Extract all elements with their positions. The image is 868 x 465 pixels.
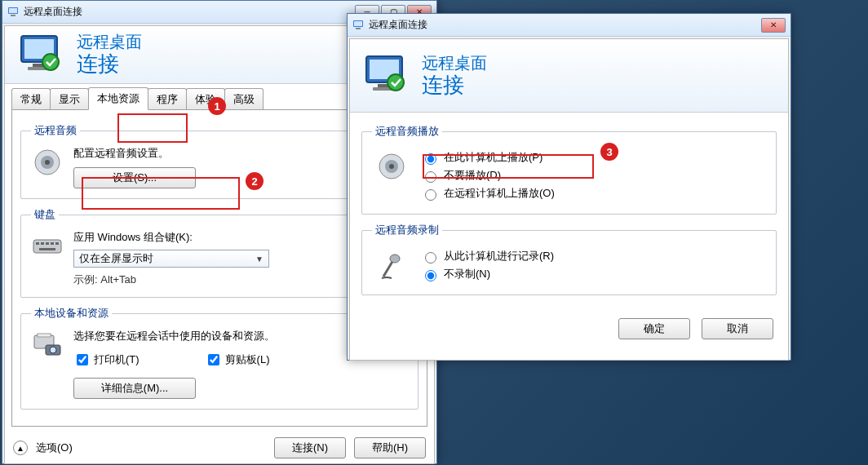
tab-general[interactable]: 常规: [11, 88, 51, 110]
radio-play-this-computer-input[interactable]: [425, 153, 436, 165]
ok-button[interactable]: 确定: [618, 318, 690, 339]
svg-point-10: [45, 160, 50, 165]
radio-dont-record-input[interactable]: [425, 270, 436, 281]
dialog-banner-line1: 远程桌面: [422, 53, 487, 73]
radio-play-this-computer[interactable]: 在此计算机上播放(P): [421, 150, 766, 165]
tab-display[interactable]: 显示: [50, 88, 89, 110]
radio-dont-record-label: 不录制(N): [444, 267, 490, 281]
banner-title: 远程桌面 连接: [77, 32, 142, 77]
speaker-icon: [375, 150, 408, 185]
cancel-button[interactable]: 取消: [702, 318, 773, 339]
checkbox-clipboard-label: 剪贴板(L): [225, 352, 270, 367]
keyboard-icon: [31, 230, 64, 263]
radio-record-this-computer-input[interactable]: [425, 252, 436, 264]
radio-play-remote-input[interactable]: [425, 189, 436, 201]
rdc-logo-icon: [18, 33, 67, 78]
devices-icon: [31, 329, 64, 361]
app-icon: [7, 6, 20, 19]
collapse-options-button[interactable]: ▲: [13, 441, 28, 455]
connect-button[interactable]: 连接(N): [274, 437, 346, 458]
legend-record: 远程音频录制: [372, 223, 442, 237]
window-audio-settings: 远程桌面连接 ✕ 远程桌面 连接 远: [347, 13, 791, 361]
svg-rect-14: [46, 242, 49, 245]
bottom-bar: ▲ 选项(O) 连接(N) 帮助(H): [5, 432, 434, 463]
legend-devices: 本地设备和资源: [31, 306, 112, 321]
checkbox-printer-label: 打印机(T): [94, 352, 140, 367]
banner-line2: 连接: [77, 51, 142, 77]
keyboard-combo[interactable]: 仅在全屏显示时 ▼: [73, 250, 269, 268]
group-record: 远程音频录制 从此计算机进行记录(R): [361, 223, 777, 295]
legend-keyboard: 键盘: [31, 207, 59, 222]
tab-experience[interactable]: 体验: [186, 88, 225, 110]
microphone-icon: [375, 249, 408, 284]
devices-more-button[interactable]: 详细信息(M)...: [73, 378, 196, 399]
radio-dont-play-input[interactable]: [425, 171, 436, 183]
options-label[interactable]: 选项(O): [36, 441, 73, 455]
radio-record-this-computer-label: 从此计算机进行记录(R): [444, 249, 554, 264]
radio-play-remote[interactable]: 在远程计算机上播放(O): [421, 186, 766, 201]
svg-rect-13: [41, 242, 44, 245]
group-playback: 远程音频播放 在此计算机上播放(P): [361, 124, 777, 215]
audio-settings-button[interactable]: 设置(S)...: [73, 167, 196, 188]
tab-local-resources[interactable]: 本地资源: [88, 87, 148, 110]
svg-rect-2: [11, 15, 16, 16]
dialog-banner-line2: 连接: [422, 73, 487, 98]
radio-play-this-computer-label: 在此计算机上播放(P): [444, 150, 542, 165]
radio-dont-record[interactable]: 不录制(N): [421, 267, 766, 281]
legend-playback: 远程音频播放: [372, 124, 442, 139]
dialog-close-button[interactable]: ✕: [761, 18, 786, 33]
svg-rect-1: [9, 8, 17, 13]
svg-point-29: [388, 74, 404, 91]
dialog-title-text: 远程桌面连接: [369, 18, 427, 32]
rdc-logo-icon: [363, 53, 412, 98]
checkbox-clipboard[interactable]: 剪贴板(L): [205, 352, 270, 368]
checkbox-printer-input[interactable]: [77, 354, 88, 365]
svg-rect-11: [33, 240, 61, 253]
svg-rect-24: [356, 28, 361, 29]
svg-rect-19: [38, 334, 51, 337]
svg-rect-16: [55, 242, 59, 245]
svg-point-33: [390, 255, 400, 263]
svg-rect-17: [39, 248, 55, 250]
svg-point-32: [389, 164, 394, 169]
keyboard-combo-value: 仅在全屏显示时: [79, 251, 153, 266]
radio-dont-play[interactable]: 不要播放(D): [421, 168, 766, 183]
radio-play-remote-label: 在远程计算机上播放(O): [444, 186, 555, 201]
chevron-down-icon: ▼: [255, 255, 264, 264]
svg-rect-23: [354, 21, 362, 26]
banner-line1: 远程桌面: [77, 32, 142, 51]
tab-programs[interactable]: 程序: [148, 88, 187, 110]
checkbox-printer[interactable]: 打印机(T): [73, 352, 140, 368]
app-icon: [352, 19, 365, 32]
radio-dont-play-label: 不要播放(D): [444, 168, 501, 183]
help-button[interactable]: 帮助(H): [354, 437, 426, 458]
svg-point-7: [42, 54, 59, 70]
dialog-banner-title: 远程桌面 连接: [422, 53, 487, 98]
svg-rect-15: [51, 242, 54, 245]
speaker-icon: [31, 146, 64, 179]
radio-record-this-computer[interactable]: 从此计算机进行记录(R): [421, 249, 766, 264]
banner-dialog: 远程桌面 连接: [350, 39, 788, 113]
dialog-footer: 确定 取消: [350, 310, 788, 351]
titlebar-dialog[interactable]: 远程桌面连接 ✕: [348, 14, 790, 37]
tab-advanced[interactable]: 高级: [224, 88, 264, 110]
legend-remote-audio: 远程音频: [31, 123, 80, 138]
title-text: 远程桌面连接: [24, 5, 82, 19]
checkbox-clipboard-input[interactable]: [208, 354, 219, 365]
svg-point-21: [50, 347, 56, 353]
svg-rect-12: [36, 242, 39, 245]
